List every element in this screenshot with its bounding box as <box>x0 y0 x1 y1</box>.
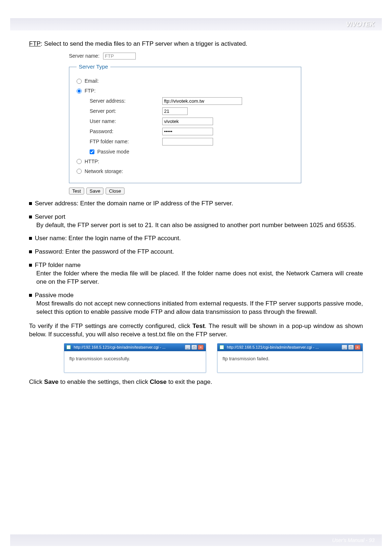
bullet-server-address: Server address: Enter the domain name or… <box>29 200 363 208</box>
maximize-icon[interactable]: □ <box>191 345 197 350</box>
popup-success: http://192.168.5.121/cgi-bin/admin/tests… <box>64 343 206 373</box>
password-label: Password: <box>90 128 162 135</box>
radio-ftp-label: FTP: <box>85 87 95 94</box>
square-bullet-icon <box>29 264 32 267</box>
server-name-row: Server name: <box>69 53 301 59</box>
button-row: Test Save Close <box>69 188 301 194</box>
ftp-label: FTP <box>29 40 41 47</box>
radio-http[interactable] <box>77 159 82 164</box>
user-name-input[interactable] <box>162 118 213 125</box>
popups-row: http://192.168.5.121/cgi-bin/admin/tests… <box>64 343 363 373</box>
popup-failed: http://192.168.5.121/cgi-bin/admin/tests… <box>217 343 363 373</box>
server-type-fieldset: Server Type Email: FTP: Server address: … <box>69 63 301 183</box>
field-user-name: User name: <box>90 118 294 125</box>
maximize-icon[interactable]: □ <box>348 345 354 350</box>
field-server-port: Server port: <box>90 107 294 115</box>
radio-ftp-row: FTP: <box>77 87 294 94</box>
save-button[interactable]: Save <box>86 188 104 194</box>
server-name-input[interactable] <box>103 53 136 59</box>
password-input[interactable] <box>162 128 213 135</box>
folder-desc: Enter the folder where the media file wi… <box>29 270 363 286</box>
radio-email[interactable] <box>77 79 82 84</box>
square-bullet-icon <box>29 237 32 240</box>
bullet-passive: Passive mode Most firewalls do not accep… <box>29 291 363 316</box>
passive-mode-label: Passive mode <box>97 148 129 155</box>
test-button[interactable]: Test <box>69 188 84 194</box>
config-panel: Server name: Server Type Email: FTP: Ser… <box>69 53 301 194</box>
ie-icon <box>220 345 224 349</box>
bullet-user-name: User name: Enter the login name of the F… <box>29 234 363 243</box>
popup-failed-title: http://192.168.5.121/cgi-bin/admin/tests… <box>217 344 363 351</box>
brand-label: VIVOTEK <box>346 21 375 28</box>
minimize-icon[interactable]: _ <box>342 345 347 350</box>
field-folder: FTP folder name: <box>90 138 294 145</box>
radio-http-label: HTTP: <box>85 158 99 165</box>
close-icon[interactable]: × <box>355 345 360 350</box>
close-icon[interactable]: × <box>198 345 204 350</box>
footer-text: User's Manual - 93 <box>332 537 375 543</box>
field-server-address: Server address: <box>90 97 294 105</box>
bullet-password: Password: Enter the password of the FTP … <box>29 248 363 256</box>
square-bullet-icon <box>29 294 32 297</box>
folder-input[interactable] <box>162 138 213 145</box>
folder-label: FTP folder name: <box>90 138 162 145</box>
radio-ns-row: Network storage: <box>77 168 294 175</box>
page-content: FTP: Select to send the media files to a… <box>29 40 363 386</box>
radio-ftp[interactable] <box>77 89 82 94</box>
header-band: VIVOTEK <box>10 18 382 30</box>
final-paragraph: Click Save to enable the settings, then … <box>29 378 363 386</box>
square-bullet-icon <box>29 216 32 218</box>
bullet-folder: FTP folder name Enter the folder where t… <box>29 261 363 286</box>
passive-mode-row: Passive mode <box>90 148 294 155</box>
server-port-input[interactable] <box>162 107 188 115</box>
server-port-label: Server port: <box>90 108 162 115</box>
passive-desc: Most firewalls do not accept new connect… <box>29 300 363 316</box>
minimize-icon[interactable]: _ <box>185 345 191 350</box>
bullet-list: Server address: Enter the domain name or… <box>29 200 363 316</box>
popup-failed-title-text: http://192.168.5.121/cgi-bin/admin/tests… <box>227 345 319 350</box>
server-address-label: Server address: <box>90 98 162 104</box>
close-button[interactable]: Close <box>106 188 124 194</box>
popup-failed-body: ftp transmission failed. <box>217 351 363 373</box>
radio-http-row: HTTP: <box>77 158 294 165</box>
bullet-server-port: Server port By default, the FTP server p… <box>29 213 363 230</box>
intro-text: FTP: Select to send the media files to a… <box>29 40 363 48</box>
popup-success-body: ftp transmission successfully. <box>64 351 206 373</box>
passive-mode-checkbox[interactable] <box>90 149 94 154</box>
server-address-input[interactable] <box>162 97 242 105</box>
radio-email-label: Email: <box>85 78 99 85</box>
field-password: Password: <box>90 128 294 135</box>
ftp-fields: Server address: Server port: User name: … <box>90 97 294 155</box>
server-type-legend: Server Type <box>77 63 110 70</box>
square-bullet-icon <box>29 250 32 253</box>
user-name-label: User name: <box>90 118 162 125</box>
square-bullet-icon <box>29 202 32 205</box>
radio-network-storage[interactable] <box>77 169 82 174</box>
server-name-label: Server name: <box>69 53 99 59</box>
footer-band: User's Manual - 93 <box>10 534 382 546</box>
verify-paragraph: To verify if the FTP settings are correc… <box>29 322 363 339</box>
ie-icon <box>66 345 71 349</box>
intro-remainder: : Select to send the media files to an F… <box>41 40 247 47</box>
server-port-desc: By default, the FTP server port is set t… <box>29 221 363 230</box>
popup-success-title-text: http://192.168.5.121/cgi-bin/admin/tests… <box>74 345 166 350</box>
radio-ns-label: Network storage: <box>85 168 123 175</box>
popup-success-title: http://192.168.5.121/cgi-bin/admin/tests… <box>64 344 206 351</box>
radio-email-row: Email: <box>77 78 294 85</box>
